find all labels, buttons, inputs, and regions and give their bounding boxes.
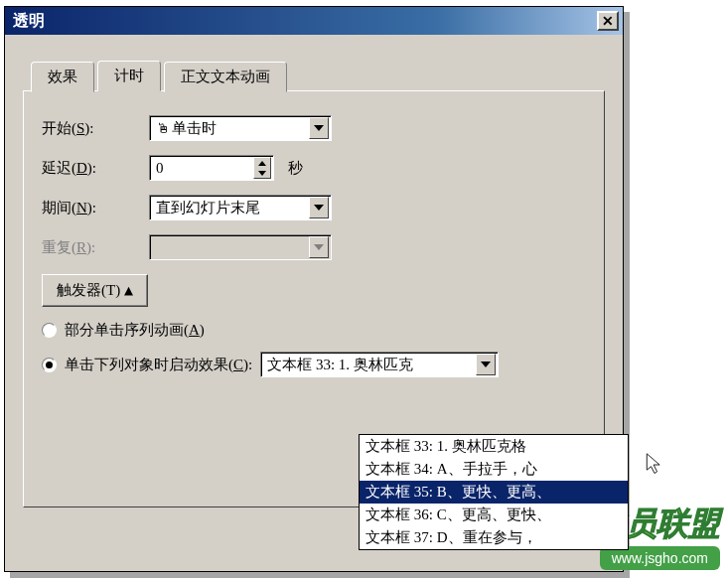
cursor-icon [646, 453, 663, 477]
radio-sequence[interactable]: 部分单击序列动画(A) [42, 321, 586, 340]
delay-spin-buttons[interactable] [253, 157, 271, 179]
duration-dropdown-button[interactable] [309, 197, 329, 218]
dialog-window: 透明 ✕ 效果 计时 正文文本动画 开始(S): 🖱单击时 延迟(D): 0 [4, 6, 624, 572]
repeat-dropdown-button [309, 236, 329, 258]
triggers-button[interactable]: 触发器(T) ▲ [42, 274, 148, 307]
radio-onclick-label: 单击下列对象时启动效果(C): [65, 356, 252, 374]
tab-text-animation[interactable]: 正文文本动画 [164, 62, 287, 92]
start-label: 开始(S): [42, 119, 141, 138]
chevron-down-icon [258, 171, 266, 176]
start-combo[interactable]: 🖱单击时 [149, 115, 332, 141]
chevron-down-icon [481, 361, 491, 367]
start-value: 🖱单击时 [150, 119, 307, 138]
close-icon: ✕ [602, 13, 614, 29]
radio-onclick[interactable]: 单击下列对象时启动效果(C): 文本框 33: 1. 奥林匹克 [42, 352, 586, 377]
trigger-target-dropdown-button[interactable] [476, 354, 496, 375]
delay-label: 延迟(D): [42, 159, 141, 178]
repeat-label: 重复(R): [42, 238, 141, 257]
delay-value[interactable]: 0 [150, 160, 251, 177]
trigger-target-combo[interactable]: 文本框 33: 1. 奥林匹克 [260, 352, 499, 377]
delay-spinner[interactable]: 0 [149, 155, 274, 181]
row-delay: 延迟(D): 0 秒 [42, 155, 586, 181]
list-item[interactable]: 文本框 36: C、更高、更快、 [360, 504, 628, 526]
collapse-icon: ▲ [124, 281, 133, 299]
mouse-icon: 🖱 [156, 121, 170, 137]
delay-unit: 秒 [288, 159, 303, 178]
radio-sequence-input[interactable] [42, 323, 57, 338]
chevron-down-icon [314, 244, 324, 250]
chevron-up-icon [258, 161, 266, 166]
list-item[interactable]: 文本框 33: 1. 奥林匹克格 [360, 435, 628, 458]
start-dropdown-button[interactable] [309, 117, 329, 139]
close-button[interactable]: ✕ [597, 11, 619, 31]
row-repeat: 重复(R): [42, 234, 586, 260]
chevron-down-icon [314, 125, 324, 131]
tab-timing[interactable]: 计时 [97, 61, 161, 91]
row-duration: 期间(N): 直到幻灯片末尾 [42, 195, 586, 220]
trigger-target-dropdown-list[interactable]: 文本框 33: 1. 奥林匹克格 文本框 34: A、手拉手，心 文本框 35:… [359, 434, 629, 550]
duration-combo[interactable]: 直到幻灯片末尾 [149, 195, 332, 220]
row-start: 开始(S): 🖱单击时 [42, 115, 586, 141]
chevron-down-icon [314, 205, 324, 211]
tabstrip: 效果 计时 正文文本动画 [31, 61, 605, 91]
repeat-combo [149, 234, 332, 260]
trigger-target-value: 文本框 33: 1. 奥林匹克 [261, 356, 474, 374]
tab-effect[interactable]: 效果 [31, 62, 94, 92]
list-item[interactable]: 文本框 37: D、重在参与， [360, 526, 628, 549]
radio-sequence-label: 部分单击序列动画(A) [65, 321, 205, 340]
list-item[interactable]: 文本框 35: B、更快、更高、 [360, 481, 628, 504]
client-area: 效果 计时 正文文本动画 开始(S): 🖱单击时 延迟(D): 0 [5, 35, 623, 571]
window-title: 透明 [9, 11, 597, 32]
row-triggers: 触发器(T) ▲ [42, 274, 586, 307]
radio-onclick-input[interactable] [42, 358, 57, 372]
list-item[interactable]: 文本框 34: A、手拉手，心 [360, 458, 628, 481]
titlebar: 透明 ✕ [5, 7, 623, 35]
duration-label: 期间(N): [42, 199, 141, 217]
duration-value: 直到幻灯片末尾 [150, 199, 307, 217]
